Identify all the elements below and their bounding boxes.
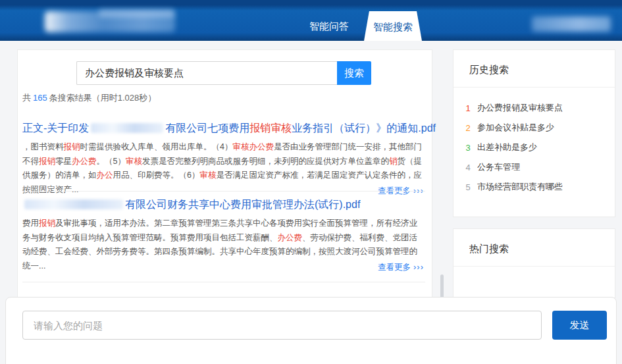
result-title-link[interactable]: 正文-关于印发有限公司七项费用报销审核业务指引（试行）》的通知.pdf <box>22 121 425 136</box>
hot-search-title: 热门搜索 <box>454 229 615 266</box>
highlighted-keyword: 销 <box>389 157 398 166</box>
history-search-title: 历史搜索 <box>454 50 615 87</box>
summary-prefix: 共 <box>22 93 31 103</box>
rank-number: 3 <box>463 143 473 153</box>
history-item[interactable]: 5 市场经营部职责有哪些 <box>454 177 615 197</box>
highlighted-keyword: 审核 <box>126 157 142 166</box>
rank-number: 4 <box>463 163 473 172</box>
result-snippet: 费用报销及审批事项，适用本办法。第二章预算管理第三条共享中心各项费用实行全面预算… <box>22 217 425 273</box>
text-segment: 。（5） <box>97 157 126 166</box>
history-item[interactable]: 2 参加会议补贴是多少 <box>454 118 615 138</box>
search-input[interactable] <box>76 61 337 85</box>
history-item-label: 市场经营部职责有哪些 <box>477 181 563 193</box>
search-result: 有限公司财务共享中心费用审批管理办法(试行).pdf 费用报销及审批事项，适用本… <box>22 197 425 273</box>
history-item[interactable]: 1 办公费报销及审核要点 <box>454 98 615 118</box>
summary-suffix: 条搜索结果（用时1.028秒） <box>49 93 157 103</box>
highlighted-keyword: 办公费 <box>278 233 303 242</box>
search-results-panel: 搜索 共165条搜索结果（用时1.028秒） 正文-关于印发有限公司七项费用报销… <box>17 49 432 298</box>
redacted-text <box>91 123 163 133</box>
history-item-label: 公务车管理 <box>477 161 520 173</box>
text-segment: 时需提供验收入库单、领用出库单。（4） <box>80 142 233 151</box>
view-more-label: 查看更多 <box>378 263 411 272</box>
text-segment: ，图书资料 <box>22 142 64 151</box>
history-item-label: 出差补助是多少 <box>477 142 537 153</box>
results-summary: 共165条搜索结果（用时1.028秒） <box>22 92 156 104</box>
rank-number: 5 <box>463 182 473 192</box>
history-search-card: 历史搜索 1 办公费报销及审核要点 2 参加会议补贴是多少 3 出差补助是多少 … <box>453 49 615 217</box>
history-item-label: 参加会议补贴是多少 <box>477 122 554 134</box>
highlighted-keyword: 审核 <box>199 170 216 180</box>
search-button[interactable]: 搜索 <box>337 61 371 85</box>
result-divider <box>22 191 425 192</box>
history-item-label: 办公费报销及审核要点 <box>477 102 563 114</box>
redacted-text <box>24 199 123 209</box>
history-item[interactable]: 3 出差补助是多少 <box>454 138 615 157</box>
text-segment: 正文-关于印发 <box>22 122 89 134</box>
highlighted-keyword: 报销 <box>39 157 55 166</box>
result-title-link[interactable]: 有限公司财务共享中心费用审批管理办法(试行).pdf <box>22 197 425 212</box>
app-header: 智能问答 智能搜索 <box>0 0 622 41</box>
history-item[interactable]: 4 公务车管理 <box>454 157 615 177</box>
text-segment: 有限公司七项费用 <box>165 122 249 134</box>
text-segment: 有限公司财务共享中心费用审批管理办法(试行).pdf <box>125 199 360 210</box>
hot-search-card: 热门搜索 <box>453 228 615 298</box>
question-bar: 发送 <box>5 297 617 364</box>
results-count: 165 <box>31 93 49 103</box>
text-segment: 业务指引（试行）》的通知.pdf <box>292 122 436 134</box>
highlighted-keyword: 办公费 <box>72 157 97 166</box>
highlighted-keyword: 报销 <box>39 219 55 228</box>
text-segment: 用品、印刷费等。（6） <box>113 170 200 180</box>
text-segment: 零星 <box>55 157 72 166</box>
highlighted-keyword: 办公 <box>97 170 113 180</box>
card-divider <box>454 266 615 267</box>
highlighted-keyword: 审核办公费 <box>232 142 274 151</box>
tab-smart-search[interactable]: 智能搜索 <box>364 11 422 41</box>
scrollbar-thumb[interactable] <box>440 274 444 298</box>
rank-number: 2 <box>463 123 473 133</box>
text-segment: 费用 <box>22 219 39 228</box>
text-segment: 发票是否完整列明商品或服务明细，未列明的应提供对方单位盖章的 <box>142 157 389 166</box>
history-search-list: 1 办公费报销及审核要点 2 参加会议补贴是多少 3 出差补助是多少 4 公务车… <box>454 88 615 197</box>
result-divider <box>22 282 425 282</box>
result-snippet: ，图书资料报销时需提供验收入库单、领用出库单。（4）审核办公费是否由业务管理部门… <box>22 140 425 197</box>
app-logo-subtitle-redacted <box>99 9 174 17</box>
rank-number: 1 <box>463 103 473 113</box>
header-user-area-redacted[interactable] <box>532 16 611 32</box>
tab-smart-qa[interactable]: 智能问答 <box>298 11 361 41</box>
search-result: 正文-关于印发有限公司七项费用报销审核业务指引（试行）》的通知.pdf ，图书资… <box>22 121 425 197</box>
question-input[interactable] <box>22 311 542 340</box>
view-more-link[interactable]: 查看更多››› <box>369 262 424 273</box>
send-button[interactable]: 发送 <box>552 311 607 340</box>
highlighted-keyword: 报销 <box>64 142 80 151</box>
chevrons-icon: ››› <box>413 262 424 272</box>
highlighted-keyword: 报销审核 <box>249 122 292 134</box>
